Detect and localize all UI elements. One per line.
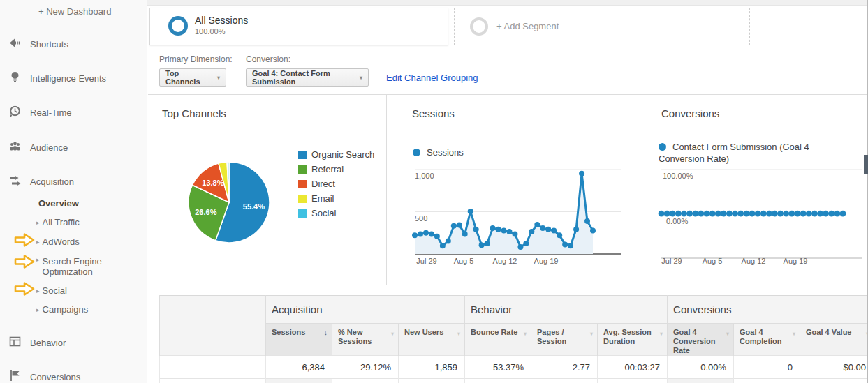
conversions-line-chart: 100.00%0.00%Jul 29Aug 5Aug 12Aug 19 — [635, 161, 868, 269]
clock-icon — [9, 105, 21, 119]
pie-legend-item: Direct — [298, 179, 374, 189]
row-label-cell — [160, 356, 266, 379]
dashboard-panels: Top Channels 55.4%26.6%13.8% Organic Sea… — [148, 94, 868, 285]
svg-text:Aug 5: Aug 5 — [703, 257, 723, 265]
column-header-avg-session-duration[interactable]: ▾Avg. Session Duration — [598, 324, 668, 356]
cell-avg-duration: 00:03:27 — [598, 356, 668, 379]
annotation-arrow-icon — [14, 281, 35, 299]
sessions-panel: Sessions Sessions 1,000500Jul 29Aug 5Aug… — [387, 95, 635, 285]
svg-text:0.00%: 0.00% — [666, 217, 688, 225]
legend-label: Direct — [311, 179, 335, 189]
sidebar-item-all-traffic[interactable]: ▸All Traffic — [36, 217, 80, 227]
cell-new-sessions: 29.12% — [332, 356, 399, 379]
svg-text:Jul 29: Jul 29 — [416, 257, 436, 265]
sidebar-item-acquisition[interactable]: Acquisition — [9, 174, 74, 188]
column-header-goal4-value[interactable]: ▾Goal 4 Value — [800, 324, 868, 356]
svg-text:Aug 5: Aug 5 — [454, 257, 474, 265]
column-label: Pages / Session — [537, 328, 566, 345]
sidebar-item-shortcuts[interactable]: Shortcuts — [9, 37, 68, 51]
svg-text:13.8%: 13.8% — [202, 179, 223, 187]
sidebar-item-label: Intelligence Events — [30, 73, 106, 84]
sort-caret-icon: ▾ — [457, 329, 460, 338]
legend-swatch-icon — [298, 165, 307, 174]
cell-sessions: 6,384 — [266, 356, 332, 379]
cell-bounce-rate: 53.37% — [465, 356, 531, 379]
legend-swatch-icon — [298, 151, 307, 159]
sidebar-item-label: Search Engine Optimization — [43, 256, 116, 277]
panel-title: Conversions — [661, 107, 719, 119]
column-label: Sessions — [272, 328, 305, 336]
new-dashboard-button[interactable]: + New Dashboard — [38, 6, 111, 17]
sidebar-item-label: Real-Time — [30, 107, 71, 118]
legend-dot-icon — [413, 149, 420, 156]
pie-legend-item: Organic Search — [298, 149, 374, 160]
legend-label: Sessions — [427, 147, 464, 158]
chevron-down-icon: ▾ — [217, 75, 220, 81]
top-channels-panel: Top Channels 55.4%26.6%13.8% Organic Sea… — [148, 95, 387, 285]
legend-label: Referral — [311, 164, 344, 174]
sort-caret-icon: ▾ — [590, 329, 593, 338]
conversions-panel: Conversions Contact Form Submission (Goa… — [635, 95, 868, 285]
scrollbar-thumb[interactable] — [864, 155, 868, 174]
pie-legend-item: Referral — [298, 164, 374, 174]
sessions-legend: Sessions — [413, 147, 464, 158]
conversion-dropdown[interactable]: Goal 4: Contact Form Submission ▾ — [246, 68, 369, 87]
panel-title: Sessions — [412, 107, 455, 119]
sort-caret-icon: ▾ — [726, 329, 729, 338]
segment-donut-icon — [168, 16, 188, 36]
sidebar-item-adwords[interactable]: ▸AdWords — [36, 236, 80, 247]
edit-channel-grouping-link[interactable]: Edit Channel Grouping — [386, 73, 478, 83]
sidebar-item-label: AdWords — [43, 236, 80, 247]
sidebar-item-conversions[interactable]: Conversions — [9, 370, 80, 383]
disclosure-triangle-icon: ▸ — [36, 256, 40, 263]
cell-goal4-value: $0.00 — [800, 356, 868, 379]
column-header-pages-session[interactable]: ▾Pages / Session — [531, 324, 598, 356]
sidebar-item-seo[interactable]: ▸Search Engine Optimization — [36, 256, 116, 277]
top-strip — [147, 0, 868, 6]
pie-legend-item: Social — [298, 208, 374, 218]
column-label: Avg. Session Duration — [603, 328, 652, 345]
svg-text:26.6%: 26.6% — [195, 208, 216, 216]
cell-goal4-completion: 0 — [734, 356, 800, 379]
column-header-new-sessions[interactable]: ▾% New Sessions — [332, 324, 399, 356]
table-corner-cell — [160, 296, 266, 356]
column-header-bounce-rate[interactable]: ▾Bounce Rate — [465, 324, 531, 356]
column-header-goal4-completion[interactable]: ▾Goal 4 Completion — [734, 324, 800, 356]
sidebar-item-intelligence-events[interactable]: Intelligence Events — [9, 71, 106, 85]
chevron-down-icon: ▾ — [360, 75, 362, 81]
legend-swatch-icon — [298, 209, 307, 218]
segment-percent: 100.00% — [195, 27, 225, 36]
annotation-arrow-icon — [14, 232, 35, 250]
column-header-new-users[interactable]: ▾New Users — [399, 324, 465, 356]
sidebar-item-behavior[interactable]: Behavior — [9, 336, 66, 350]
cell-new-users: 1,859 — [399, 356, 465, 379]
segment-card-all-sessions[interactable]: All Sessions 100.00% — [149, 8, 448, 45]
sidebar-item-overview[interactable]: Overview — [38, 198, 79, 209]
people-icon — [9, 140, 21, 154]
add-segment-card[interactable]: + Add Segment — [454, 8, 750, 45]
svg-text:Jul 29: Jul 29 — [661, 257, 682, 265]
primary-dimension-dropdown[interactable]: Top Channels ▾ — [159, 68, 226, 87]
column-header-sessions[interactable]: ↓Sessions — [266, 324, 332, 356]
segment-ring-icon — [470, 17, 488, 36]
annotation-arrow-icon — [14, 254, 35, 272]
sort-caret-icon: ▾ — [660, 329, 663, 338]
sidebar-item-campaigns[interactable]: ▸Campaigns — [36, 304, 88, 315]
sidebar-item-social[interactable]: ▸Social — [36, 285, 67, 296]
channels-table: Acquisition Behavior Conversions ↓Sessio… — [159, 295, 868, 383]
svg-text:Aug 12: Aug 12 — [742, 257, 766, 265]
sidebar-item-label: Acquisition — [30, 177, 74, 187]
conversion-label: Conversion: — [246, 54, 290, 64]
disclosure-triangle-icon: ▸ — [36, 239, 40, 246]
column-label: Goal 4 Value — [806, 328, 851, 336]
sidebar-item-audience[interactable]: Audience — [9, 140, 68, 154]
shortcuts-icon — [9, 37, 21, 51]
column-header-goal4-conversion-rate[interactable]: ▾Goal 4 Conversion Rate — [668, 324, 734, 356]
sidebar-item-label: Shortcuts — [30, 39, 68, 50]
column-label: Goal 4 Completion — [740, 328, 782, 345]
sort-caret-icon: ▾ — [793, 329, 795, 338]
sidebar-item-real-time[interactable]: Real-Time — [9, 105, 71, 119]
disclosure-triangle-icon: ▸ — [36, 219, 40, 226]
sidebar-item-label: Audience — [30, 142, 68, 153]
sidebar: + New Dashboard Shortcuts Intelligence E… — [0, 0, 147, 383]
